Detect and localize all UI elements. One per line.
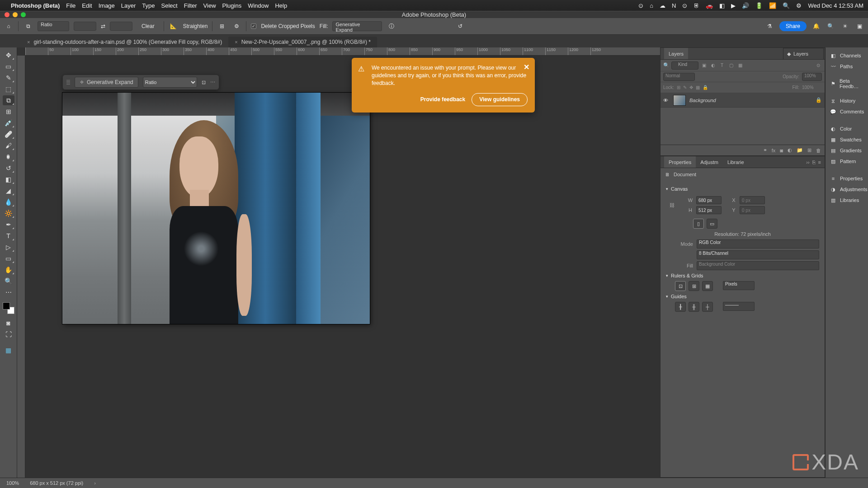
overlay-grid-icon[interactable]: ⊞ (217, 21, 227, 31)
lock-nest-icon[interactable]: ▦ (696, 85, 700, 90)
drag-handle-icon[interactable] (66, 80, 70, 84)
object-select-tool[interactable]: ⬚ (3, 84, 14, 94)
color-swatches[interactable] (3, 302, 14, 314)
lock-pos-icon[interactable]: ✎ (683, 85, 687, 90)
app-name[interactable]: Photoshop (Beta) (11, 2, 60, 9)
status-icon[interactable]: ⌂ (650, 2, 653, 9)
crop-settings-icon[interactable]: ⚙ (231, 21, 241, 31)
status-icon[interactable]: ⊙ (682, 2, 687, 9)
menu-type[interactable]: Type (142, 2, 155, 9)
healing-tool[interactable]: 🩹 (3, 129, 14, 139)
brush-tool[interactable]: 🖌 (3, 141, 14, 150)
menu-image[interactable]: Image (99, 2, 115, 9)
filter-toggle[interactable]: ⊙ (815, 62, 822, 69)
opacity-input[interactable]: 100% (802, 73, 822, 81)
lasso-tool[interactable]: ✎ (3, 73, 14, 83)
fill-input[interactable]: 100% (802, 85, 822, 90)
zoom-level[interactable]: 100% (6, 480, 19, 486)
gradient-tool[interactable]: ◢ (3, 186, 14, 196)
mask-icon[interactable]: ◙ (780, 148, 783, 153)
collapse-icon[interactable]: ›› (806, 160, 809, 165)
panel-shortcut[interactable]: ≡Properties (826, 173, 868, 184)
landscape-icon[interactable]: ▭ (707, 219, 717, 229)
clock[interactable]: Wed Dec 4 12:53 AM (808, 2, 863, 9)
wifi-icon[interactable]: 📶 (769, 2, 776, 9)
vertical-ruler[interactable] (17, 56, 25, 478)
marquee-tool[interactable]: ▭ (3, 61, 14, 71)
provide-feedback-button[interactable]: Provide feedback (420, 96, 465, 103)
close-tab-icon[interactable]: × (27, 39, 30, 45)
status-icon[interactable]: ☁ (660, 2, 665, 9)
document-tab[interactable]: × New-2-Pre-Upscale_00007_.png @ 100% (R… (228, 37, 377, 47)
generative-expand-button[interactable]: ✧ Generative Expand (75, 77, 138, 88)
horizontal-ruler[interactable]: 5010015020025030035040045050055060065070… (25, 47, 660, 56)
status-icon[interactable]: 🔊 (742, 2, 749, 9)
search-icon[interactable]: 🔍 (783, 2, 790, 9)
layer-row[interactable]: 👁 Background 🔒 (660, 93, 825, 108)
close-dot[interactable] (5, 12, 9, 17)
move-tool[interactable]: ✥ (3, 50, 14, 60)
panel-link-icon[interactable]: ⎘ (812, 160, 816, 165)
panel-shortcut[interactable]: ▨Pattern (826, 156, 868, 167)
eyedropper-tool[interactable]: 💉 (3, 118, 14, 128)
filter-adjust-icon[interactable]: ◐ (709, 62, 717, 69)
adjustment-icon[interactable]: ◐ (788, 147, 792, 153)
lock-move-icon[interactable]: ✥ (689, 85, 693, 90)
link-layers-icon[interactable]: ⚭ (763, 147, 767, 153)
filter-type-icon[interactable]: T (718, 62, 726, 69)
stamp-tool[interactable]: ⧯ (3, 152, 14, 162)
straighten-icon[interactable]: 📐 (169, 21, 179, 31)
menu-file[interactable]: File (66, 2, 75, 9)
filter-pixel-icon[interactable]: ▣ (700, 62, 708, 69)
contextual-task-bar[interactable]: ✧ Generative Expand Ratio ⊡ ⋯ (62, 75, 219, 90)
search-icon[interactable]: 🔍 (663, 62, 670, 68)
new-layer-icon[interactable]: ⊞ (807, 147, 811, 153)
status-icon[interactable]: ⊙ (638, 2, 643, 9)
panel-shortcut[interactable]: ◑Adjustments (826, 184, 868, 195)
beaker-icon[interactable]: ⚗ (765, 21, 775, 31)
panel-shortcut[interactable]: ▦Swatches (826, 134, 868, 145)
menu-layer[interactable]: Layer (121, 2, 136, 9)
panel-shortcut[interactable]: ⚑Beta Feedb… (826, 78, 868, 89)
pen-tool[interactable]: ✒ (3, 220, 14, 230)
screenmode-tool[interactable]: ⛶ (3, 329, 14, 339)
canvas-section-header[interactable]: ▾Canvas (666, 186, 819, 192)
extra-tool[interactable]: ▦ (3, 345, 14, 355)
lock-all-icon[interactable]: ⊞ (677, 85, 680, 90)
layers-collapsed-tab[interactable]: ◆ Layers (783, 48, 824, 60)
portrait-icon[interactable]: ▯ (693, 219, 704, 229)
crop-tool-icon[interactable]: ⧉ (23, 21, 33, 31)
close-tab-icon[interactable]: × (235, 39, 237, 45)
grid-icon[interactable]: ⊞ (689, 281, 699, 291)
link-dims-icon[interactable]: ⛓ (670, 202, 675, 208)
guide-icon[interactable]: ┼ (702, 302, 713, 312)
kind-filter[interactable]: Kind (671, 61, 698, 70)
guide-icon[interactable]: ╫ (689, 302, 699, 312)
status-icon[interactable]: ▶ (731, 2, 736, 9)
libraries-tab[interactable]: Librarie (723, 156, 749, 168)
filter-smart-icon[interactable]: ▦ (736, 62, 744, 69)
doc-info[interactable]: 680 px x 512 px (72 ppi) (30, 480, 83, 486)
status-icon[interactable]: 🚗 (706, 2, 713, 9)
menu-filter[interactable]: Filter (184, 2, 197, 9)
ratio-h-input[interactable] (110, 22, 132, 31)
ruler-icon[interactable]: ⊡ (675, 281, 686, 291)
edit-toolbar[interactable]: ⋯ (3, 287, 14, 297)
shape-tool[interactable]: ▭ (3, 253, 14, 263)
adjustments-tab[interactable]: Adjustm (696, 156, 723, 168)
visibility-icon[interactable]: 👁 (663, 98, 670, 103)
layer-thumbnail[interactable] (673, 95, 686, 106)
ratio-dropdown[interactable]: Ratio (143, 77, 197, 88)
menu-edit[interactable]: Edit (82, 2, 92, 9)
fx-icon[interactable]: fx (772, 148, 776, 153)
dodge-tool[interactable]: 🔆 (3, 208, 14, 218)
group-icon[interactable]: 📁 (797, 147, 803, 153)
path-select-tool[interactable]: ▷ (3, 242, 14, 252)
control-center-icon[interactable]: ⚙ (796, 2, 802, 9)
blend-mode-select[interactable]: Normal (663, 73, 695, 81)
guide-icon[interactable]: ╂ (675, 302, 686, 312)
type-tool[interactable]: T (3, 231, 14, 241)
delete-cropped-checkbox[interactable] (251, 23, 256, 29)
guide-style-select[interactable]: ——— (723, 302, 755, 311)
share-button[interactable]: Share (779, 21, 807, 31)
